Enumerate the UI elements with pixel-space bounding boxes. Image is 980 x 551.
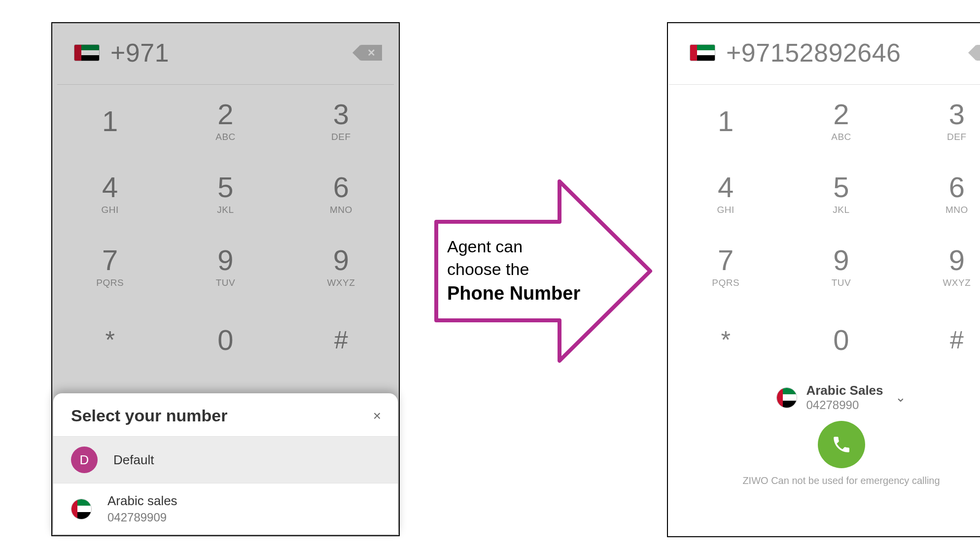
caller-id-sheet: Select your number × D Default Arabic sa… (53, 393, 398, 534)
caller-id-option-default[interactable]: D Default (53, 436, 398, 483)
key-digit: 7 (102, 246, 118, 275)
keypad-key-*[interactable]: * (668, 304, 783, 377)
key-letters: WXYZ (943, 277, 971, 288)
key-digit: 1 (102, 107, 118, 136)
key-digit: 3 (333, 100, 349, 129)
key-digit: 4 (102, 173, 118, 202)
keypad-key-5[interactable]: 5JKL (783, 158, 899, 231)
keypad-key-4[interactable]: 4GHI (668, 158, 783, 231)
backspace-button[interactable]: ✕ (976, 45, 980, 61)
option-subtitle: 042789909 (107, 511, 177, 524)
keypad-key-7[interactable]: 7PQRS (668, 231, 783, 304)
call-button[interactable] (818, 421, 865, 468)
key-letters: DEF (331, 132, 351, 142)
key-digit: 7 (718, 246, 734, 275)
key-digit: 0 (217, 326, 233, 354)
keypad-key-2[interactable]: 2ABC (783, 85, 899, 158)
keypad-key-1[interactable]: 1 (52, 85, 168, 158)
avatar-initial: D (71, 447, 98, 473)
dial-keypad: 12ABC3DEF4GHI5JKL6MNO7PQRS9TUV9WXYZ*0# (52, 85, 399, 377)
key-letters: ABC (831, 132, 851, 142)
keypad-key-6[interactable]: 6MNO (899, 158, 980, 231)
key-letters: MNO (330, 205, 352, 215)
country-flag-icon[interactable] (690, 44, 715, 61)
keypad-key-9[interactable]: 9WXYZ (899, 231, 980, 304)
keypad-key-5[interactable]: 5JKL (168, 158, 283, 231)
keypad-key-4[interactable]: 4GHI (52, 158, 168, 231)
key-digit: 3 (949, 100, 965, 129)
keypad-key-#[interactable]: # (283, 304, 399, 377)
option-title: Default (113, 452, 154, 468)
key-letters: TUV (832, 277, 851, 288)
keypad-key-0[interactable]: 0 (783, 304, 899, 377)
key-letters: PQRS (712, 277, 739, 288)
key-digit: 9 (949, 246, 965, 275)
key-letters: MNO (945, 205, 968, 215)
keypad-key-1[interactable]: 1 (668, 85, 783, 158)
phone-icon (831, 434, 852, 455)
keypad-key-2[interactable]: 2ABC (168, 85, 283, 158)
key-letters: GHI (717, 205, 735, 215)
backspace-button[interactable]: ✕ (360, 45, 382, 61)
key-letters: GHI (102, 205, 119, 215)
key-digit: # (950, 328, 964, 352)
caller-id-selector[interactable]: Arabic Sales 04278990 ⌄ (668, 380, 980, 412)
key-digit: 2 (217, 100, 233, 129)
annotation-text: Agent can choose the Phone Number (447, 236, 580, 306)
key-digit: 5 (217, 173, 233, 202)
key-digit: 6 (333, 173, 349, 202)
key-letters: PQRS (96, 277, 124, 288)
keypad-key-3[interactable]: 3DEF (899, 85, 980, 158)
number-display: +97152892646 ✕ (668, 23, 980, 84)
dialer-panel-before: +971 ✕ 12ABC3DEF4GHI5JKL6MNO7PQRS9TUV9WX… (51, 22, 400, 536)
key-digit: * (105, 328, 114, 352)
keypad-key-9[interactable]: 9TUV (783, 231, 899, 304)
key-digit: 9 (333, 246, 349, 275)
country-flag-icon (71, 499, 92, 519)
keypad-key-*[interactable]: * (52, 304, 168, 377)
key-digit: 9 (833, 246, 849, 275)
keypad-key-7[interactable]: 7PQRS (52, 231, 168, 304)
key-letters: TUV (216, 277, 236, 288)
country-flag-icon[interactable] (74, 44, 100, 61)
key-digit: 1 (718, 107, 734, 136)
keypad-key-9[interactable]: 9TUV (168, 231, 283, 304)
key-digit: 2 (833, 100, 849, 129)
dialed-number[interactable]: +97152892646 (726, 38, 901, 68)
key-digit: 5 (833, 173, 849, 202)
dialed-number[interactable]: +971 (110, 38, 169, 68)
key-digit: 4 (718, 173, 734, 202)
keypad-key-9[interactable]: 9WXYZ (283, 231, 399, 304)
dial-keypad: 12ABC3DEF4GHI5JKL6MNO7PQRS9TUV9WXYZ*0# (668, 85, 980, 377)
country-flag-icon (776, 387, 797, 408)
key-digit: 0 (833, 326, 849, 354)
annotation-arrow: Agent can choose the Phone Number (431, 177, 653, 365)
key-digit: 9 (217, 246, 233, 275)
keypad-key-6[interactable]: 6MNO (283, 158, 399, 231)
key-letters: ABC (215, 132, 236, 142)
keypad-key-0[interactable]: 0 (168, 304, 283, 377)
selected-title: Arabic Sales (806, 383, 883, 398)
caller-id-option-arabic-sales[interactable]: Arabic sales 042789909 (53, 483, 398, 534)
dialer-panel-after: +97152892646 ✕ 12ABC3DEF4GHI5JKL6MNO7PQR… (667, 22, 980, 537)
number-display: +971 ✕ (52, 23, 399, 84)
keypad-key-3[interactable]: 3DEF (283, 85, 399, 158)
key-digit: 6 (949, 173, 965, 202)
key-letters: WXYZ (327, 277, 355, 288)
key-digit: * (721, 328, 730, 352)
key-letters: DEF (947, 132, 967, 142)
option-title: Arabic sales (107, 493, 177, 509)
backspace-icon: ✕ (367, 48, 376, 58)
close-icon[interactable]: × (373, 408, 381, 424)
sheet-title: Select your number (71, 406, 227, 425)
sheet-header: Select your number × (53, 393, 398, 436)
chevron-down-icon: ⌄ (895, 390, 906, 405)
emergency-note: ZIWO Can not be used for emergency calli… (668, 475, 980, 494)
key-letters: JKL (833, 205, 849, 215)
selected-subtitle: 04278990 (806, 398, 883, 412)
key-digit: # (334, 328, 348, 352)
keypad-key-#[interactable]: # (899, 304, 980, 377)
key-letters: JKL (217, 205, 234, 215)
